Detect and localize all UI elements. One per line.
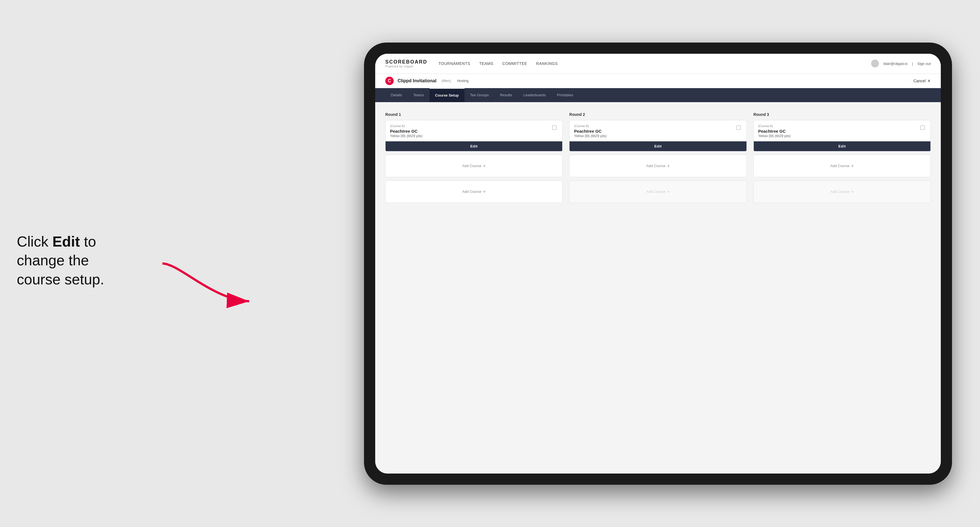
course-card-header-2: (Course A) Peachtree GC Yellow (M) (6629… <box>574 124 742 141</box>
add-course-text-r3-2: Add Course + <box>830 189 854 194</box>
course-name-3: Peachtree GC <box>758 129 919 133</box>
tab-results[interactable]: Results <box>495 88 518 102</box>
tab-leaderboards[interactable]: Leaderboards <box>518 88 551 102</box>
delete-course-icon-2[interactable] <box>735 124 742 131</box>
nav-teams[interactable]: TEAMS <box>479 60 493 67</box>
round-2-column: Round 2 (Course A) Peachtree GC Yellow (… <box>569 112 746 206</box>
sub-header: C Clippd Invitational (Men) Hosting Canc… <box>375 74 941 88</box>
event-gender: (Men) <box>442 79 451 83</box>
course-tee-3: Yellow (M) (6629 yds) <box>758 134 919 138</box>
nav-links: TOURNAMENTS TEAMS COMMITTEE RANKINGS <box>439 60 871 67</box>
course-card-header: (Course A) Peachtree GC Yellow (M) (6629… <box>390 124 558 141</box>
add-course-label: Add Course <box>462 164 482 168</box>
tab-printables[interactable]: Printables <box>551 88 579 102</box>
svg-rect-2 <box>737 125 741 130</box>
delete-course-icon-3[interactable] <box>919 124 926 131</box>
tab-course-setup[interactable]: Course Setup <box>430 88 465 102</box>
clippd-logo: C <box>385 77 394 85</box>
nav-committee[interactable]: COMMITTEE <box>502 60 527 67</box>
round-2-course-card: (Course A) Peachtree GC Yellow (M) (6629… <box>569 120 746 151</box>
main-content: Round 1 (Course A) Peachtree GC Yellow (… <box>375 102 941 473</box>
plus-icon: + <box>483 163 485 168</box>
round-1-add-course-2[interactable]: Add Course + <box>385 181 563 203</box>
round-2-title: Round 2 <box>569 112 746 117</box>
course-info-2: (Course A) Peachtree GC Yellow (M) (6629… <box>574 124 735 141</box>
nav-tournaments[interactable]: TOURNAMENTS <box>439 60 470 67</box>
instruction-bold: Edit <box>52 233 80 250</box>
tab-details[interactable]: Details <box>385 88 408 102</box>
round-3-add-course-2: Add Course + <box>754 181 931 203</box>
hosting-badge: Hosting <box>457 79 469 83</box>
course-label-2: (Course A) <box>574 124 735 128</box>
svg-rect-1 <box>552 125 556 130</box>
cancel-label: Cancel <box>913 79 926 83</box>
sub-header-left: C Clippd Invitational (Men) Hosting <box>385 77 468 85</box>
round-2-add-course-1[interactable]: Add Course + <box>569 155 746 177</box>
svg-rect-3 <box>921 125 924 130</box>
add-course-text: Add Course + <box>462 163 486 168</box>
course-label: (Course A) <box>390 124 551 128</box>
plus-icon-r2-1: + <box>667 163 670 168</box>
close-icon: ✕ <box>928 79 931 83</box>
course-label-3: (Course A) <box>758 124 919 128</box>
round-1-title: Round 1 <box>385 112 563 117</box>
tab-tee-groups[interactable]: Tee Groups <box>465 88 495 102</box>
round-3-column: Round 3 (Course A) Peachtree GC Yellow (… <box>754 112 931 206</box>
round-3-course-card: (Course A) Peachtree GC Yellow (M) (6629… <box>754 120 931 151</box>
rounds-grid: Round 1 (Course A) Peachtree GC Yellow (… <box>385 112 931 206</box>
plus-icon-r2-2: + <box>667 189 670 194</box>
cancel-button[interactable]: Cancel ✕ <box>913 79 931 83</box>
delete-course-icon[interactable] <box>551 124 558 131</box>
arrow-container <box>157 255 258 312</box>
plus-icon-r3-1: + <box>851 163 854 168</box>
add-course-text-r2-1: Add Course + <box>646 163 670 168</box>
event-name: Clippd Invitational <box>398 78 436 83</box>
round-1-column: Round 1 (Course A) Peachtree GC Yellow (… <box>385 112 563 206</box>
plus-icon-r3-2: + <box>851 189 854 194</box>
course-info-3: (Course A) Peachtree GC Yellow (M) (6629… <box>758 124 919 141</box>
arrow-svg <box>157 255 258 311</box>
round-2-add-course-2: Add Course + <box>569 181 746 203</box>
add-course-label-r2-2: Add Course <box>646 189 665 194</box>
user-avatar <box>871 60 879 67</box>
nav-right: blair@clippd.io | Sign out <box>871 60 931 67</box>
nav-rankings[interactable]: RANKINGS <box>536 60 558 67</box>
logo-sub: Powered by clippd <box>385 65 427 68</box>
tab-bar: Details Teams Course Setup Tee Groups Re… <box>375 88 941 102</box>
tab-teams[interactable]: Teams <box>408 88 430 102</box>
instruction-text: Click Edit tochange thecourse setup. <box>17 232 104 289</box>
round-2-edit-button[interactable]: Edit <box>570 141 746 151</box>
round-3-title: Round 3 <box>754 112 931 117</box>
user-email: blair@clippd.io <box>883 62 907 66</box>
top-nav: SCOREBOARD Powered by clippd TOURNAMENTS… <box>375 54 941 74</box>
tablet-frame: SCOREBOARD Powered by clippd TOURNAMENTS… <box>364 43 952 485</box>
add-course-text-r2-2: Add Course + <box>646 189 670 194</box>
course-name: Peachtree GC <box>390 129 551 133</box>
course-card-header-3: (Course A) Peachtree GC Yellow (M) (6629… <box>758 124 926 141</box>
add-course-label-r3-1: Add Course <box>830 164 850 168</box>
add-course-text-2: Add Course + <box>462 189 486 194</box>
add-course-label-2: Add Course <box>462 189 482 194</box>
course-tee: Yellow (M) (6629 yds) <box>390 134 551 138</box>
sign-out-link[interactable]: Sign out <box>917 62 931 66</box>
plus-icon-2: + <box>483 189 485 194</box>
add-course-label-r3-2: Add Course <box>830 189 850 194</box>
logo-area: SCOREBOARD Powered by clippd <box>385 59 427 68</box>
round-3-edit-button[interactable]: Edit <box>754 141 931 151</box>
round-1-add-course-1[interactable]: Add Course + <box>385 155 563 177</box>
round-1-edit-button[interactable]: Edit <box>385 141 562 151</box>
nav-separator: | <box>912 62 913 66</box>
round-1-course-card: (Course A) Peachtree GC Yellow (M) (6629… <box>385 120 563 151</box>
add-course-label-r2-1: Add Course <box>646 164 665 168</box>
course-tee-2: Yellow (M) (6629 yds) <box>574 134 735 138</box>
round-3-add-course-1[interactable]: Add Course + <box>754 155 931 177</box>
tablet-screen: SCOREBOARD Powered by clippd TOURNAMENTS… <box>375 54 941 473</box>
course-name-2: Peachtree GC <box>574 129 735 133</box>
logo-title: SCOREBOARD <box>385 59 427 65</box>
add-course-text-r3-1: Add Course + <box>830 163 854 168</box>
course-info: (Course A) Peachtree GC Yellow (M) (6629… <box>390 124 551 141</box>
